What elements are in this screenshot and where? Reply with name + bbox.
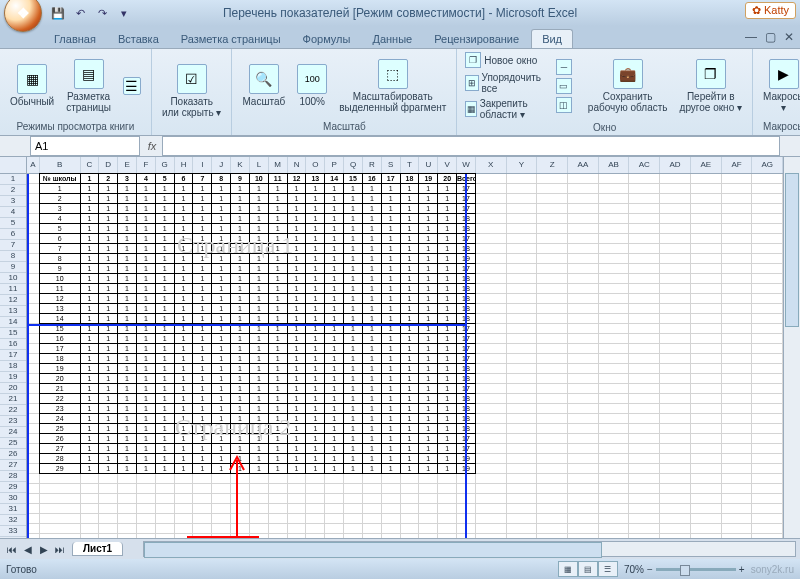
cell[interactable]: [507, 514, 538, 524]
cell[interactable]: [507, 184, 538, 194]
cell[interactable]: [507, 204, 538, 214]
cell[interactable]: [476, 264, 507, 274]
col-header[interactable]: AC: [629, 157, 660, 173]
cell[interactable]: [438, 474, 457, 484]
cell[interactable]: [629, 414, 660, 424]
cell[interactable]: [722, 424, 753, 434]
cell[interactable]: [438, 514, 457, 524]
cell[interactable]: [568, 374, 599, 384]
cell[interactable]: [599, 174, 630, 184]
cell[interactable]: [691, 344, 722, 354]
cell[interactable]: [344, 474, 363, 484]
cell[interactable]: [175, 494, 194, 504]
cell[interactable]: [722, 524, 753, 534]
cell[interactable]: [537, 404, 568, 414]
cell[interactable]: [599, 424, 630, 434]
cell[interactable]: [599, 444, 630, 454]
cell[interactable]: [629, 284, 660, 294]
cell[interactable]: [507, 534, 538, 538]
col-header[interactable]: L: [250, 157, 269, 173]
cell[interactable]: 1: [80, 463, 100, 474]
cell[interactable]: [537, 174, 568, 184]
cell[interactable]: [269, 484, 288, 494]
fx-icon[interactable]: fx: [142, 140, 162, 152]
cell[interactable]: [137, 534, 156, 538]
cell[interactable]: [476, 174, 507, 184]
cell[interactable]: [599, 284, 630, 294]
cell[interactable]: [660, 524, 691, 534]
cell[interactable]: [306, 474, 325, 484]
cell[interactable]: [507, 394, 538, 404]
macros-button[interactable]: ▶Макросы ▾: [759, 57, 800, 115]
cell[interactable]: [660, 244, 691, 254]
cell[interactable]: [660, 174, 691, 184]
cell[interactable]: 1: [381, 463, 401, 474]
row-header[interactable]: 3: [0, 196, 26, 207]
cell[interactable]: [250, 504, 269, 514]
cell[interactable]: [81, 514, 100, 524]
cell[interactable]: [629, 254, 660, 264]
cell[interactable]: 29: [39, 463, 81, 474]
cell[interactable]: [752, 394, 783, 404]
cell[interactable]: [537, 394, 568, 404]
cell[interactable]: [137, 504, 156, 514]
cell[interactable]: [344, 534, 363, 538]
cell[interactable]: [691, 184, 722, 194]
row-header[interactable]: 6: [0, 229, 26, 240]
cell[interactable]: [722, 204, 753, 214]
cell[interactable]: [722, 394, 753, 404]
cell[interactable]: [476, 224, 507, 234]
cell[interactable]: [156, 534, 175, 538]
cell[interactable]: [660, 464, 691, 474]
cell[interactable]: [537, 504, 568, 514]
undo-icon[interactable]: ↶: [70, 3, 90, 23]
tab-Разметка страницы[interactable]: Разметка страницы: [171, 30, 291, 48]
cell[interactable]: [691, 394, 722, 404]
cell[interactable]: [507, 374, 538, 384]
cell[interactable]: [476, 504, 507, 514]
row-header[interactable]: 9: [0, 262, 26, 273]
cell[interactable]: [537, 434, 568, 444]
cell[interactable]: [629, 484, 660, 494]
cell[interactable]: [722, 474, 753, 484]
status-view-break[interactable]: ☰: [598, 561, 618, 577]
office-button[interactable]: ❖: [4, 0, 42, 32]
cell[interactable]: [691, 354, 722, 364]
page-layout-button[interactable]: ▤Разметка страницы: [62, 57, 115, 115]
cell[interactable]: [537, 214, 568, 224]
cell[interactable]: [660, 294, 691, 304]
col-header[interactable]: AF: [722, 157, 753, 173]
cell[interactable]: [629, 194, 660, 204]
cell[interactable]: [568, 394, 599, 404]
cell[interactable]: [401, 494, 420, 504]
cell[interactable]: [363, 484, 382, 494]
cell[interactable]: [752, 534, 783, 538]
cell[interactable]: [476, 344, 507, 354]
cell[interactable]: [507, 354, 538, 364]
cell[interactable]: [118, 494, 137, 504]
cell[interactable]: [660, 484, 691, 494]
cell[interactable]: [269, 474, 288, 484]
cell[interactable]: [660, 384, 691, 394]
cell[interactable]: [660, 444, 691, 454]
cell[interactable]: [752, 454, 783, 464]
cell[interactable]: [599, 294, 630, 304]
cell[interactable]: [40, 534, 81, 538]
cell[interactable]: [568, 504, 599, 514]
page-break-mid[interactable]: [27, 324, 467, 326]
cell[interactable]: [507, 504, 538, 514]
cell[interactable]: [507, 264, 538, 274]
cell[interactable]: [599, 454, 630, 464]
cell[interactable]: [691, 434, 722, 444]
cell[interactable]: [691, 384, 722, 394]
cell[interactable]: [476, 424, 507, 434]
cell[interactable]: [419, 524, 438, 534]
row-header[interactable]: 5: [0, 218, 26, 229]
row-header[interactable]: 1: [0, 174, 26, 185]
cell[interactable]: [568, 524, 599, 534]
col-header[interactable]: J: [212, 157, 231, 173]
cell[interactable]: [476, 194, 507, 204]
cell[interactable]: [537, 314, 568, 324]
cell[interactable]: [476, 254, 507, 264]
cell[interactable]: [691, 514, 722, 524]
